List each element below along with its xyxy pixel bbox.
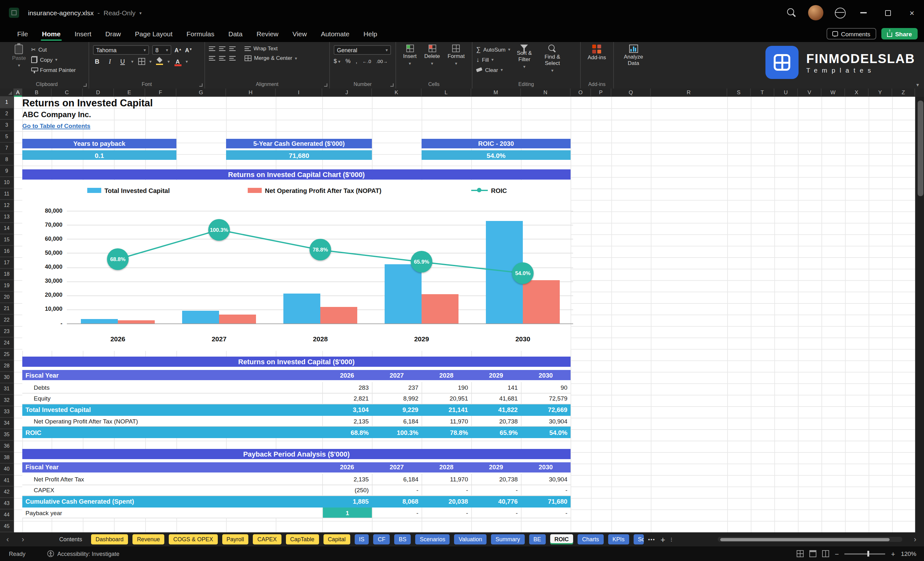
row-header-28[interactable]: 28: [0, 360, 14, 372]
fill-button[interactable]: ↓Fill▾: [476, 56, 510, 64]
find-select-button[interactable]: Find & Select▾: [538, 42, 566, 72]
cell-capex-2026[interactable]: (250): [322, 485, 372, 495]
decrease-decimal-button[interactable]: .00→: [376, 58, 388, 64]
dialog-launcher-icon[interactable]: [83, 83, 87, 87]
close-button[interactable]: ×: [900, 0, 924, 26]
column-header-B[interactable]: B: [22, 88, 52, 97]
wrap-text-button[interactable]: Wrap Text: [244, 45, 278, 52]
cell-roic-2030[interactable]: 54.0%: [521, 427, 571, 438]
underline-button[interactable]: U: [118, 58, 127, 65]
menu-tab-data[interactable]: Data: [221, 26, 249, 42]
bar-net-operating-profit-after-tax-nopat-2029[interactable]: [422, 294, 459, 324]
column-header-V[interactable]: V: [798, 88, 822, 97]
cell-payback-year-2030[interactable]: -: [521, 507, 571, 518]
sheet-tab-capital[interactable]: Capital: [323, 534, 350, 544]
font-color-icon[interactable]: A: [174, 58, 181, 64]
sheet-tab-cf[interactable]: CF: [373, 534, 390, 544]
restore-button[interactable]: [876, 0, 900, 26]
legend-item-total-invested-capital[interactable]: Total Invested Capital: [87, 186, 170, 195]
insert-cells-button[interactable]: Insert▾: [400, 42, 420, 66]
bar-net-operating-profit-after-tax-nopat-2027[interactable]: [219, 315, 256, 324]
row-header-42[interactable]: 42: [0, 486, 14, 498]
format-cells-button[interactable]: Format▾: [444, 42, 468, 66]
bar-total-invested-capital-2027[interactable]: [182, 310, 219, 324]
cell-total-invested-capital-2030[interactable]: 72,669: [521, 404, 571, 416]
font-size-select[interactable]: 8▾: [152, 45, 171, 55]
cell-total-invested-capital-2026[interactable]: 3,104: [322, 404, 372, 416]
zoom-in-button[interactable]: +: [891, 550, 896, 558]
dialog-launcher-icon[interactable]: [390, 83, 393, 87]
row-header-13[interactable]: 13: [0, 212, 14, 223]
sheet-tab-cogs-opex[interactable]: COGS & OPEX: [169, 534, 218, 544]
table-row-net-operating-profit-after-tax-nopat[interactable]: Net Operating Profit After Tax (NOPAT)2,…: [22, 416, 571, 427]
horizontal-scrollbar[interactable]: [718, 537, 902, 542]
copy-button[interactable]: Copy▾: [31, 56, 76, 64]
cell-net-operating-profit-after-tax-nopat-2029[interactable]: 20,738: [471, 416, 521, 426]
sheet-canvas[interactable]: Returns on Invested Capital ABC Company …: [14, 97, 915, 532]
menu-tab-help[interactable]: Help: [357, 26, 384, 42]
bar-net-operating-profit-after-tax-nopat-2026[interactable]: [118, 321, 155, 324]
kpi-header-5-year-cash-generated-000[interactable]: 5-Year Cash Generated ($'000): [226, 139, 372, 148]
menu-tab-review[interactable]: Review: [250, 26, 286, 42]
autosum-button[interactable]: ∑AutoSum▾: [476, 45, 510, 54]
align-middle-icon[interactable]: [219, 46, 225, 51]
accessibility-status[interactable]: Accessibility: Investigate: [47, 550, 119, 557]
zoom-slider-thumb[interactable]: [868, 551, 870, 556]
cell-equity-2028[interactable]: 20,951: [422, 393, 471, 404]
table-row-capex[interactable]: CAPEX(250)----: [22, 485, 571, 496]
legend-item-roic[interactable]: ROIC: [471, 186, 507, 195]
column-header-A[interactable]: A: [14, 88, 22, 97]
column-header-E[interactable]: E: [114, 88, 145, 97]
row-header-33[interactable]: 33: [0, 406, 14, 418]
collapse-ribbon-icon[interactable]: ▾: [916, 82, 919, 88]
sheet-tab-be[interactable]: BE: [529, 534, 545, 544]
fill-color-icon[interactable]: [156, 58, 163, 65]
delete-cells-button[interactable]: Delete▾: [421, 42, 443, 66]
row-header-18[interactable]: 18: [0, 269, 14, 280]
sheet-tab-charts[interactable]: Charts: [578, 534, 603, 544]
cell-total-invested-capital-2028[interactable]: 21,141: [422, 404, 471, 416]
row-header-3[interactable]: 3: [0, 120, 14, 131]
row-header-35[interactable]: 35: [0, 429, 14, 441]
column-header-X[interactable]: X: [845, 88, 868, 97]
column-header-I[interactable]: I: [276, 88, 322, 97]
tab-options-icon[interactable]: ⁝: [670, 536, 672, 543]
cell-roic-2028[interactable]: 78.8%: [422, 427, 471, 438]
table-row-payback-year[interactable]: Payback year1----: [22, 507, 571, 519]
vertical-scrollbar[interactable]: [915, 97, 924, 532]
search-icon[interactable]: [783, 4, 800, 21]
sheet-nav-left-icon[interactable]: ‹: [0, 535, 15, 544]
page-break-view-icon[interactable]: [822, 550, 829, 557]
new-sheet-button[interactable]: +: [660, 535, 665, 544]
sheet-tab-roic[interactable]: ROIC: [550, 534, 573, 544]
sheet-tab-kpis[interactable]: KPIs: [608, 534, 629, 544]
increase-decimal-button[interactable]: ←.0: [362, 58, 371, 64]
sheet-tab-payroll[interactable]: Payroll: [222, 534, 248, 544]
cut-button[interactable]: ✂Cut: [31, 45, 76, 54]
cell-cumulative-cash-generated-spent-2029[interactable]: 40,776: [471, 496, 521, 507]
row-header-38[interactable]: 38: [0, 452, 14, 464]
cell-net-profit-after-tax-2030[interactable]: 30,904: [521, 474, 571, 484]
table-row-total-invested-capital[interactable]: Total Invested Capital3,1049,22921,14141…: [22, 404, 571, 416]
kpi-value-roic-2030[interactable]: 54.0%: [422, 150, 571, 160]
toc-link[interactable]: Go to Table of Contents: [22, 122, 90, 129]
sheet-tab-valuation[interactable]: Valuation: [454, 534, 487, 544]
sheet-tab-captable[interactable]: CapTable: [286, 534, 319, 544]
row-header-5[interactable]: 5: [0, 131, 14, 142]
comma-format-button[interactable]: ,: [356, 58, 357, 64]
column-header-W[interactable]: W: [822, 88, 845, 97]
table-row-net-profit-after-tax[interactable]: Net Profit After Tax2,1356,18411,97020,7…: [22, 474, 571, 485]
zoom-slider[interactable]: [845, 553, 885, 554]
cell-payback-year-2027[interactable]: -: [372, 507, 422, 518]
column-header-Q[interactable]: Q: [611, 88, 651, 97]
column-header-P[interactable]: P: [591, 88, 611, 97]
addins-button[interactable]: Add-ins: [585, 42, 609, 61]
table-row-roic[interactable]: ROIC68.8%100.3%78.8%65.9%54.0%: [22, 427, 571, 438]
column-header-K[interactable]: K: [372, 88, 422, 97]
align-center-icon[interactable]: [219, 56, 225, 60]
row-header-23[interactable]: 23: [0, 326, 14, 338]
row-header-41[interactable]: 41: [0, 475, 14, 486]
sheet-tab-contents[interactable]: Contents: [55, 534, 87, 544]
column-header-J[interactable]: J: [322, 88, 372, 97]
column-header-L[interactable]: L: [422, 88, 471, 97]
